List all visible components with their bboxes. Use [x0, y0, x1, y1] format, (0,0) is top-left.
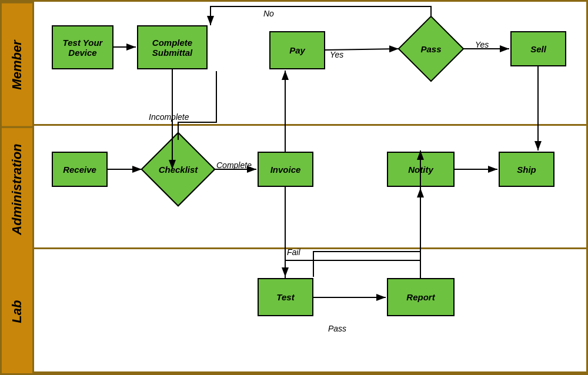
- node-sell: Sell: [510, 31, 566, 66]
- label-fail: Fail: [287, 247, 300, 257]
- node-report: Report: [387, 278, 455, 316]
- lane-label-administration: Administration: [2, 126, 32, 251]
- node-receive: Receive: [52, 152, 108, 187]
- label-yes-pay: Yes: [330, 50, 343, 59]
- node-ship: Ship: [499, 152, 554, 187]
- node-pay: Pay: [269, 31, 325, 69]
- content-area: Test Your Device Complete Submittal Pay …: [34, 2, 586, 373]
- node-notity: Notity: [387, 152, 455, 187]
- label-incomplete: Incomplete: [149, 112, 189, 122]
- diagram-container: Member Administration Lab Test Your Devi…: [0, 0, 588, 375]
- lane-label-lab: Lab: [2, 250, 32, 373]
- label-no: No: [263, 9, 274, 18]
- node-test: Test: [258, 278, 313, 316]
- node-test-your-device: Test Your Device: [52, 25, 113, 69]
- node-invoice: Invoice: [258, 152, 313, 187]
- label-yes-pass: Yes: [475, 40, 489, 49]
- node-checklist: Checklist: [143, 140, 213, 199]
- lane-label-member: Member: [2, 2, 32, 126]
- node-pass-diamond: Pass: [399, 16, 463, 81]
- labels-column: Member Administration Lab: [2, 2, 34, 373]
- node-complete-submittal: Complete Submittal: [137, 25, 208, 69]
- label-pass-lab: Pass: [328, 324, 346, 333]
- lane-administration: [34, 126, 586, 250]
- label-complete: Complete: [216, 160, 252, 170]
